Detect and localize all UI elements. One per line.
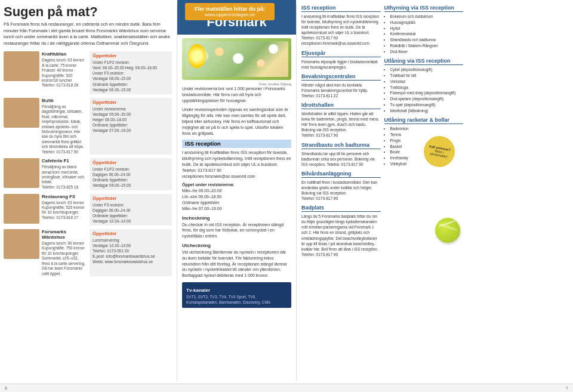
oppettider-5-title: Öppettider (93, 231, 169, 236)
idrottshallen-section: Idrottshallen Idrottshallen är alltid öp… (301, 102, 381, 138)
wardshus-img (4, 229, 39, 259)
page-number-left: 6 (5, 386, 7, 390)
list-item: Cykel (depositionsavgift) (390, 67, 464, 73)
list-item: Roddbåt i Skatern-Rångsen (390, 43, 464, 49)
idrottshallen-text: Idrottshallen är alltid öppen. Hallen gå… (301, 111, 381, 138)
badplats-text: Längs de 5 Forsmarks badplats hittar du … (301, 214, 381, 257)
oppettider-1: Öppettider Under F1/F2 revision:Vard: 06… (90, 51, 172, 94)
oppettider-4-title: Öppettider (93, 196, 169, 201)
list-item: Badminton (390, 126, 464, 132)
utcheckning-title: Utcheckning (182, 243, 291, 248)
cafeteria-img (4, 158, 39, 188)
kraftkallan-img (4, 51, 39, 81)
restaurang-img (4, 194, 39, 224)
oppettider-2-text: Under revisionerna:Vardagar 05.00–20.00H… (93, 106, 169, 133)
tv-kanaler-channels: SVT1, SVT2, TV3, TV4, TV4 Sport, TV6, Ku… (186, 294, 287, 305)
wardshus-info: Forsmarks Wärdshus Dagens lunch: 90 kron… (42, 229, 86, 276)
list-item: Hyrbil (390, 26, 464, 32)
bottom-bar: 6 7 (0, 384, 573, 392)
cafeteria-info: Cafeteria F1 Försäljning av bland annat … (42, 158, 86, 190)
flowers-image (182, 38, 291, 80)
list-item: Tennis (390, 132, 464, 138)
utcheckning-text: Vid utcheckning återlämnar du nyckeln i … (182, 249, 291, 279)
oppettider-4: Öppettider Under F3 revision:Dagligen 06… (90, 194, 172, 226)
strandbastu-text: Strandbastu tar upp till tio personer oc… (301, 151, 381, 167)
uthyrning-section: Uthyrning via ISS reception Enkelrum och… (384, 5, 464, 54)
oppettider-5-text: Lunchservering:Vardagar 10.30–14.00Telef… (93, 237, 169, 264)
bevakningscentral-text: Händer något akut kan du kontakta Forsma… (301, 82, 381, 98)
racket-title: Utlåning racketar & bollar (384, 117, 464, 124)
tennis-ball-decoration (435, 218, 460, 243)
middle-intro2: Under revisionsperioden öppnas en samlin… (182, 107, 291, 136)
bilvard-text: En tvätthall finns i bostadsområdet. Den… (301, 180, 381, 201)
iss-reception-title: ISS reception (185, 141, 288, 147)
iss-section-title: ISS reception (301, 5, 381, 12)
butik-img (4, 98, 39, 128)
open-times-title: Öppet under revisionerna: (182, 183, 291, 187)
restaurant-butik: Butik Försäljning av dagstidningar, söts… (4, 98, 86, 155)
oppettider-2-title: Öppettider (93, 100, 169, 105)
butik-name: Butik (42, 98, 86, 103)
list-item: Tvättball för bill (390, 73, 464, 79)
restaurant-wardshus: Forsmarks Wärdshus Dagens lunch: 90 kron… (4, 229, 86, 276)
restaurang-details: Dagens lunch: 63 kronorKuponghäfte: 520 … (42, 200, 86, 221)
list-item: Tvättstuga (390, 85, 464, 91)
wardshus-details: Dagens lunch: 90 kronorKuponghäfte: 750 … (42, 241, 86, 276)
idrottshallen-title: Idrottshallen (301, 102, 381, 109)
right-left-subcol: ISS reception I anslutning till Kraftkäl… (301, 5, 381, 261)
oppettider-3: Öppettider Under F1/F2 revision:Dagligen… (90, 158, 172, 190)
oppettider-2: Öppettider Under revisionerna:Vardagar 0… (90, 98, 172, 155)
kraftkallan-name: Kraftkällan (42, 51, 86, 57)
cafeteria-details: Försäljning av bland annat korv med bröd… (42, 165, 86, 190)
restaurang-info: Restaurang F3 Dagens lunch: 63 kronorKup… (42, 194, 86, 221)
list-item: Dvd-filmer (390, 49, 464, 55)
bilvard-section: Bilvårdsanläggning En tvätthall finns i … (301, 171, 381, 201)
strandbastu-title: Strandbastu och badtunna (301, 142, 381, 149)
utlaning-list: Cykel (depositionsavgift) Tvättball för … (384, 67, 464, 113)
oppettider-3-title: Öppettider (93, 160, 169, 165)
utlaning-section: Utlåning via ISS reception Cykel (deposi… (384, 58, 464, 113)
oppettider-1-text: Under F1/F2 revision:Vard: 06.00–20.00 H… (93, 60, 169, 92)
cafeteria-name: Cafeteria F1 (42, 158, 86, 163)
iss-reception-text: I anslutning till Kraftkällan finns ISS … (182, 150, 291, 179)
bevakningscentral-section: Bevakningscentralen Händer något akut ka… (301, 73, 381, 98)
bevakningscentral-title: Bevakningscentralen (301, 73, 381, 81)
left-column: Sugen på mat? På Forsmark finns två rest… (4, 5, 177, 381)
strandbastu-section: Strandbastu och badtunna Strandbastu tar… (301, 142, 381, 167)
oppettider-1-title: Öppettider (93, 53, 169, 58)
list-item: Verkstad (390, 79, 464, 85)
middle-intro1: Under revisionerna bor runt 1 000 person… (182, 86, 291, 103)
butik-info: Butik Försäljning av dagstidningar, söts… (42, 98, 86, 155)
eljusspar-section: Eljusspår Forsmarks eljusspår ligger i b… (301, 50, 381, 70)
list-item: Fiskespö med drag (depositionsavgift) (390, 90, 464, 96)
badplats-title: Badplats (301, 205, 381, 212)
incheckning-title: Incheckning (182, 215, 291, 221)
right-right-subcol: Uthyrning via ISS reception Enkelrum och… (384, 5, 464, 261)
iss-reception-section-right: ISS reception I anslutning till Kraftkäl… (301, 5, 381, 47)
banner-url: www.upplevroslagen.se (191, 12, 269, 17)
iss-reception-section: ISS reception (182, 140, 291, 148)
bilvard-title: Bilvårdsanläggning (301, 171, 381, 178)
list-item: Enkelrum och dubbelrum (390, 14, 464, 20)
header-banner: Fler matställen hittar du på: www.upplev… (185, 3, 275, 20)
right-column: Kall sommar? fåras i idrottshallen ISS r… (296, 5, 463, 381)
oppettider-4-text: Under F3 revision:Dagligen 06.00–24.00Or… (93, 202, 169, 224)
restaurant-kraftkallan: Kraftkällan Dagens lunch: 63 kronorÀ la … (4, 51, 86, 94)
page-number-right: 7 (566, 386, 568, 390)
uthyrning-title: Uthyrning via ISS reception (384, 5, 464, 12)
eljusspar-title: Eljusspår (301, 50, 381, 57)
list-item: Volleyboll (390, 161, 464, 167)
page: Sugen på mat? På Forsmark finns två rest… (0, 0, 573, 392)
kraftkallan-details: Dagens lunch: 63 kronorÀ la carte: 75 kr… (42, 58, 86, 88)
restaurant-cafeteria: Cafeteria F1 Försäljning av bland annat … (4, 158, 86, 190)
list-item: Strandbastu och badtunna (390, 37, 464, 43)
iss-section-text: I anslutning till Kraftkällan finns ISS … (301, 14, 381, 47)
list-item: Husvagnsplats (390, 20, 464, 26)
main-title: Sugen på mat? (4, 5, 172, 19)
badplats-section: Badplats Längs de 5 Forsmarks badplats h… (301, 205, 381, 257)
tv-kanaler-title: Tv-kanaler (186, 288, 287, 293)
list-item: Dvd-spelare (depositionsavgift) (390, 96, 464, 102)
open-times-lines: Mån–fre 06.00–20.00Lör–sön 06.00–18.00Or… (182, 188, 291, 211)
butik-details: Försäljning av dagstidningar, sötsaker, … (42, 104, 86, 155)
utlaning-title: Utlåning via ISS reception (384, 58, 464, 65)
